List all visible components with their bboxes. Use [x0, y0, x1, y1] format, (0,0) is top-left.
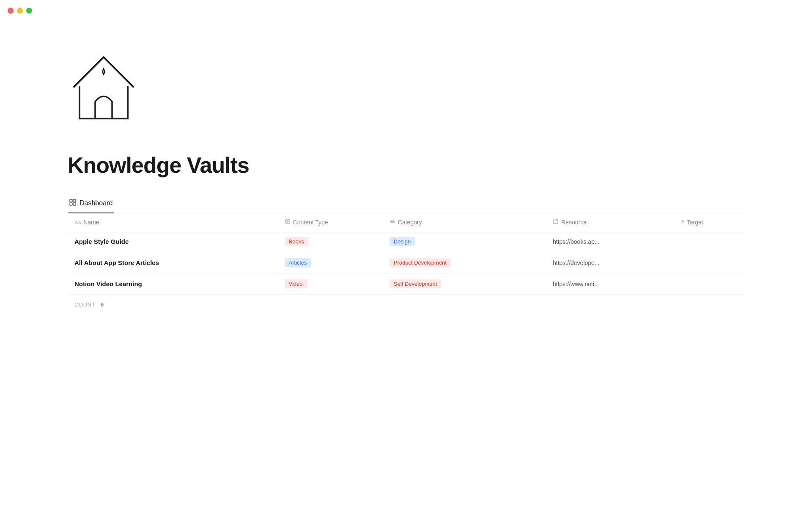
count-value: 6 — [101, 301, 104, 308]
svg-rect-4 — [73, 199, 76, 202]
table-row[interactable]: All About App Store Articles Articles Pr… — [68, 252, 744, 273]
row-0-resource: https://books.ap... — [546, 231, 674, 252]
tab-dashboard[interactable]: Dashboard — [68, 195, 114, 213]
name-col-icon: Aa — [74, 219, 81, 226]
table-row[interactable]: Apple Style Guide Books Design https://b… — [68, 231, 744, 252]
table-footer-row: COUNT 6 — [68, 295, 744, 315]
row-2-name: Notion Video Learning — [68, 273, 278, 295]
row-0-content-type: Books — [278, 231, 383, 252]
count-label: COUNT — [74, 301, 95, 308]
row-1-content-type: Articles — [278, 252, 383, 273]
row-2-content-type: Video — [278, 273, 383, 295]
data-table: Aa Name Content Type — [68, 213, 744, 315]
target-col-icon: # — [681, 219, 684, 225]
row-1-category: Product Development — [383, 252, 546, 273]
col-header-name: Aa Name — [68, 213, 278, 231]
maximize-button[interactable] — [26, 8, 32, 14]
row-1-resource: https://develope... — [546, 252, 674, 273]
resource-col-icon — [553, 218, 559, 226]
close-button[interactable] — [8, 8, 14, 14]
svg-rect-3 — [70, 199, 72, 202]
traffic-lights — [8, 8, 32, 14]
col-header-category: Category — [383, 213, 546, 231]
svg-rect-5 — [70, 203, 72, 205]
row-0-category: Design — [383, 231, 546, 252]
table-footer: COUNT 6 — [68, 295, 744, 315]
table-header: Aa Name Content Type — [68, 213, 744, 231]
row-0-name: Apple Style Guide — [68, 231, 278, 252]
row-2-category: Self Development — [383, 273, 546, 295]
svg-point-8 — [286, 221, 288, 223]
table-body: Apple Style Guide Books Design https://b… — [68, 231, 744, 295]
row-2-resource: https://www.noti... — [546, 273, 674, 295]
svg-rect-6 — [73, 203, 76, 205]
col-header-target: # Target — [674, 213, 744, 231]
dashboard-tab-icon — [69, 199, 76, 207]
row-2-target — [674, 273, 744, 295]
main-content: Knowledge Vaults Dashboard Aa — [0, 0, 812, 348]
row-0-target — [674, 231, 744, 252]
hero-icon — [68, 51, 140, 127]
tab-bar: Dashboard — [68, 195, 744, 213]
col-header-content-type: Content Type — [278, 213, 383, 231]
minimize-button[interactable] — [17, 8, 23, 14]
table-row[interactable]: Notion Video Learning Video Self Develop… — [68, 273, 744, 295]
tab-dashboard-label: Dashboard — [80, 199, 112, 207]
page-title: Knowledge Vaults — [68, 152, 744, 178]
row-1-target — [674, 252, 744, 273]
category-col-icon — [390, 218, 395, 226]
content-type-col-icon — [285, 218, 291, 226]
row-1-name: All About App Store Articles — [68, 252, 278, 273]
col-header-resource: Resource — [546, 213, 674, 231]
